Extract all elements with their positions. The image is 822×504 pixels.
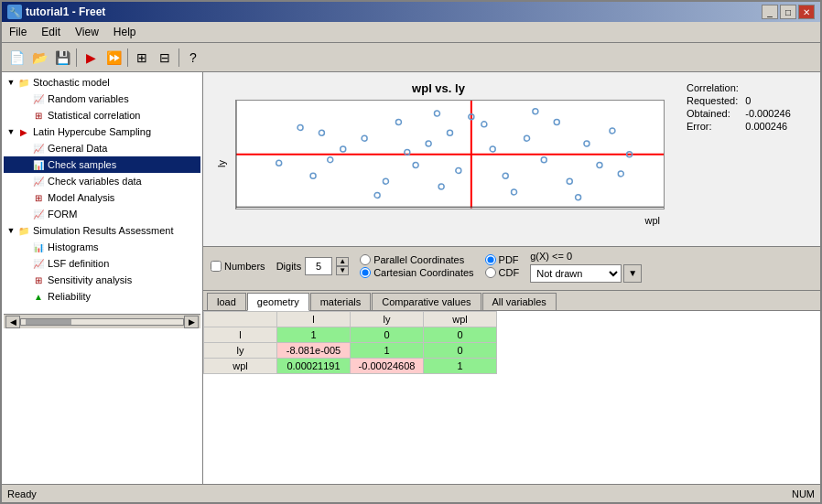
scroll-track [20,318,184,326]
parallel-coords-label[interactable]: Parallel Coordinates [360,254,473,265]
right-panel: wpl vs. ly ly [203,72,820,484]
spin-down[interactable]: ▼ [336,266,349,275]
table-row: wpl 0.00021191 -0.00024608 1 [204,358,497,373]
sidebar-item-stochastic-model[interactable]: ▼ 📁 Stochastic model [4,74,200,91]
numbers-checkbox[interactable] [211,261,222,272]
scroll-left[interactable]: ◀ [5,316,20,328]
sidebar-item-check-variables-data[interactable]: 📈 Check variables data [4,173,200,189]
pdf-label[interactable]: PDF [485,254,520,265]
toolbar-new[interactable]: 📄 [5,47,27,69]
chart-container: wpl vs. ly ly [203,72,674,246]
cell-wpl-wpl: 1 [424,358,497,373]
histogram-icon: 📊 [31,240,46,254]
check-icon: 📊 [31,157,46,172]
sidebar-item-histograms[interactable]: 📊 Histograms [4,239,200,255]
sidebar-item-latin-hypercube-sampling[interactable]: ▼ ▶ Latin Hypercube Sampling [4,123,200,140]
cdf-radio[interactable] [485,267,496,278]
cell-l-l: 1 [277,327,351,342]
row-ly-header: ly [204,342,277,358]
pdf-radio[interactable] [485,254,496,265]
tab-comparative-values[interactable]: Comparative values [372,293,481,310]
sidebar-item-sensitivity-analysis[interactable]: ⊞ Sensitivity analysis [4,272,200,288]
tabs-bar: load geometry materials Comparative valu… [203,291,820,311]
requested-value: 0 [741,94,795,107]
maximize-button[interactable]: □ [780,5,796,19]
col-wpl: wpl [424,311,497,327]
svg-point-31 [374,192,380,198]
svg-point-29 [576,195,581,200]
numbers-label: Numbers [224,261,265,272]
toolbar-open[interactable]: 📂 [28,47,50,69]
toolbar-grid1[interactable]: ⊞ [131,47,153,69]
tab-all-variables[interactable]: All variables [482,293,557,310]
svg-point-34 [618,171,623,177]
sidebar-item-model-analysis[interactable]: ⊞ Model Analysis [4,189,200,206]
cartesian-coords-radio[interactable] [360,267,371,278]
toolbar-help[interactable]: ? [182,47,204,69]
menu-edit[interactable]: Edit [34,24,68,40]
svg-point-32 [434,111,439,116]
spin-up[interactable]: ▲ [336,257,349,266]
sidebar-item-form[interactable]: 📈 FORM [4,206,200,222]
tab-materials[interactable]: materials [310,293,372,310]
chart-plot [235,100,665,209]
coords-radio-group: Parallel Coordinates Cartesian Coordinat… [360,254,473,278]
toolbar-run2[interactable]: ⏩ [103,47,124,69]
svg-point-17 [541,157,546,163]
data-table-container: l ly wpl l 1 0 0 ly [203,311,820,485]
expand-icon: ▼ [5,77,16,88]
toolbar-run1[interactable]: ▶ [80,47,102,69]
requested-label: Requested: [683,94,741,107]
obtained-label: Obtained: [683,107,741,120]
digits-input[interactable] [305,257,332,275]
close-button[interactable]: ✕ [798,5,815,19]
chart-stats: Correlation: Requested: 0 Obtained: -0.0… [674,72,820,246]
col-empty [204,311,277,327]
minimize-button[interactable]: _ [762,5,778,19]
tab-geometry[interactable]: geometry [247,293,309,311]
parallel-coords-radio[interactable] [360,254,371,265]
cartesian-coords-label[interactable]: Cartesian Coordinates [360,267,473,278]
tab-load[interactable]: load [207,293,246,310]
row-wpl-header: wpl [204,358,277,373]
svg-point-8 [413,163,418,168]
toolbar-grid2[interactable]: ⊟ [154,47,176,69]
menu-file[interactable]: File [2,24,34,40]
digits-control: Digits ▲ ▼ [276,257,350,275]
toolbar-save[interactable]: 💾 [51,47,73,69]
grid-icon: ⊞ [31,108,46,123]
sidebar-item-random-variables[interactable]: 📈 Random variables [4,91,200,107]
sensitivity-icon: ⊞ [31,273,46,287]
svg-point-25 [276,160,282,166]
gx-dropdown-arrow[interactable]: ▼ [623,264,642,283]
toolbar: 📄 📂 💾 ▶ ⏩ ⊞ ⊟ ? [2,43,820,72]
cdf-label[interactable]: CDF [485,267,520,278]
chart-area: wpl vs. ly ly [203,72,820,247]
svg-point-18 [554,120,559,125]
col-ly: ly [351,311,424,327]
svg-point-22 [610,128,615,134]
controls-panel: Numbers Digits ▲ ▼ Parallel Coordin [203,247,820,291]
sidebar-item-check-samples[interactable]: 📊 Check samples [4,156,200,173]
gx-select[interactable]: Not drawn Drawn [530,264,622,283]
sidebar-item-lsf-definition[interactable]: 📈 LSF definition [4,255,200,272]
folder-icon: 📁 [16,75,31,90]
table-row: l 1 0 0 [204,327,497,342]
sidebar-scrollbar[interactable]: ◀ ▶ [4,314,200,328]
menu-view[interactable]: View [68,24,106,40]
sidebar-item-general-data[interactable]: 📈 General Data [4,140,200,156]
sidebar-item-statistical-correlation[interactable]: ⊞ Statistical correlation [4,107,200,123]
x-axis-label: wpl [644,215,660,226]
scroll-right[interactable]: ▶ [184,316,199,328]
gx-dropdown: Not drawn Drawn ▼ [530,264,642,283]
sidebar-item-reliability[interactable]: ▲ Reliability [4,288,200,305]
svg-point-4 [362,135,367,141]
svg-point-24 [341,146,346,152]
window-title: tutorial1 - Freet [26,5,105,18]
scroll-thumb[interactable] [26,319,71,325]
digits-label: Digits [276,261,302,272]
chart-icon: 📈 [31,141,46,155]
menu-help[interactable]: Help [106,24,144,40]
sidebar-item-simulation-results[interactable]: ▼ 📁 Simulation Results Assessment [4,222,200,239]
main-window: 🔧 tutorial1 - Freet _ □ ✕ File Edit View… [0,0,822,504]
